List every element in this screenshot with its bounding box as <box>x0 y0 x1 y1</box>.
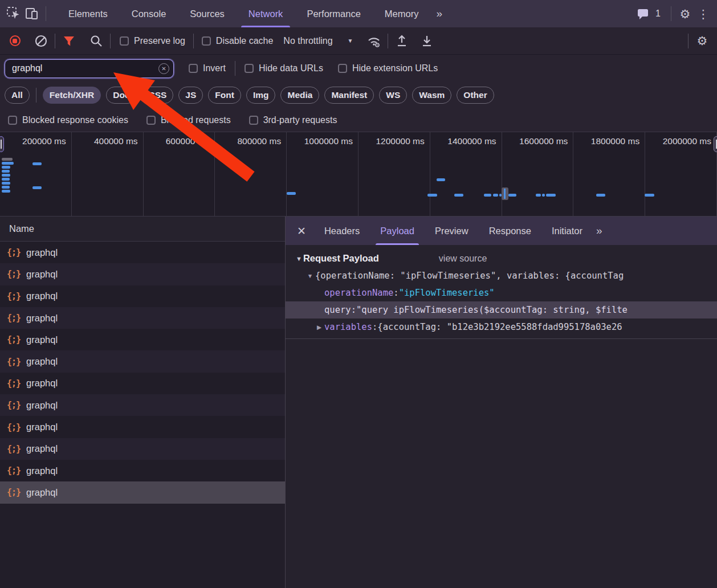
network-overview-timeline[interactable]: 200000 ms400000 ms600000 ms800000 ms1000… <box>0 132 717 217</box>
detail-tab-response[interactable]: Response <box>479 217 541 245</box>
filter-input[interactable] <box>5 63 142 74</box>
import-har-icon[interactable] <box>393 32 411 50</box>
table-row[interactable]: {;}graphql <box>0 460 285 481</box>
request-name: graphql <box>26 247 58 258</box>
tab-performance[interactable]: Performance <box>295 0 372 27</box>
payload-line[interactable]: operationName: "ipFlowTimeseries" <box>286 284 717 301</box>
chip-ws[interactable]: WS <box>379 87 407 104</box>
timeline-request-bar <box>32 186 42 189</box>
device-toolbar-icon[interactable] <box>23 5 41 23</box>
table-row[interactable]: {;}graphql <box>0 416 285 438</box>
table-row[interactable]: {;}graphql <box>0 438 285 460</box>
inspect-element-icon[interactable] <box>5 5 23 23</box>
view-source-link[interactable]: view source <box>439 254 487 264</box>
payload-line[interactable]: ▼{operationName: "ipFlowTimeseries", var… <box>286 267 717 284</box>
timeline-request-bar <box>2 162 14 165</box>
overview-left-handle[interactable] <box>0 136 4 152</box>
name-column-header[interactable]: Name <box>0 217 285 242</box>
timeline-request-bar <box>596 194 605 197</box>
tab-console[interactable]: Console <box>120 0 178 27</box>
timeline-request-bar <box>645 194 654 197</box>
filter-funnel-icon[interactable] <box>60 32 78 50</box>
table-row[interactable]: {;}graphql <box>0 350 285 372</box>
chip-manifest[interactable]: Manifest <box>324 87 374 104</box>
table-row[interactable]: {;}graphql <box>0 481 285 503</box>
checkbox-box <box>120 36 129 46</box>
payload-line[interactable]: ▶variables: {accountTag: "b12e3b2192ee55… <box>286 318 717 336</box>
throttling-dropdown[interactable]: No throttling ▼ <box>283 36 353 46</box>
checkbox-box <box>189 64 198 73</box>
payload-line[interactable]: query: "query ipFlowTimeseries($accountT… <box>286 301 717 318</box>
overview-right-handle[interactable] <box>714 136 717 152</box>
json-braces-icon: {;} <box>7 400 21 410</box>
blocked-requests-checkbox[interactable]: Blocked requests <box>146 115 231 125</box>
invert-label: Invert <box>203 63 226 74</box>
divider <box>110 34 111 48</box>
chip-doc[interactable]: Doc <box>106 87 136 104</box>
invert-checkbox[interactable]: Invert <box>189 63 226 74</box>
search-icon[interactable] <box>87 32 105 50</box>
clear-network-log-button[interactable] <box>32 32 50 50</box>
chip-media[interactable]: Media <box>280 87 319 104</box>
disable-cache-checkbox[interactable]: Disable cache <box>202 36 274 46</box>
payload-separator <box>286 338 717 339</box>
table-row[interactable]: {;}graphql <box>0 242 285 263</box>
export-har-icon[interactable] <box>418 32 436 50</box>
timeline-bars <box>0 132 717 216</box>
tab-sources[interactable]: Sources <box>178 0 237 27</box>
network-conditions-icon[interactable] <box>365 32 383 50</box>
tab-elements[interactable]: Elements <box>56 0 120 27</box>
chip-fetchxhr[interactable]: Fetch/XHR <box>43 87 101 104</box>
more-panels-icon[interactable]: » <box>430 7 447 20</box>
payload-pane: ▼ Request Payload view source ▼{operatio… <box>286 245 717 588</box>
devtools-tab-strip: ElementsConsoleSourcesNetworkPerformance… <box>0 0 717 27</box>
divider <box>671 6 671 21</box>
hide-extension-urls-checkbox[interactable]: Hide extension URLs <box>338 63 438 74</box>
table-row[interactable]: {;}graphql <box>0 394 285 416</box>
table-row[interactable]: {;}graphql <box>0 263 285 285</box>
table-row[interactable]: {;}graphql <box>0 285 285 307</box>
clear-filter-icon[interactable]: ✕ <box>158 63 169 74</box>
table-row[interactable]: {;}graphql <box>0 307 285 329</box>
chip-wasm[interactable]: Wasm <box>412 87 451 104</box>
timeline-request-bar <box>2 166 10 169</box>
disable-cache-label: Disable cache <box>216 36 274 46</box>
expanded-triangle-icon[interactable]: ▼ <box>305 272 315 279</box>
chip-other[interactable]: Other <box>457 87 494 104</box>
third-party-requests-checkbox[interactable]: 3rd-party requests <box>249 115 337 125</box>
close-detail-icon[interactable]: ✕ <box>289 224 314 238</box>
collapse-triangle-icon[interactable]: ▼ <box>296 255 302 262</box>
settings-gear-icon[interactable]: ⚙ <box>676 5 694 23</box>
chip-css[interactable]: CSS <box>141 87 173 104</box>
detail-tab-headers[interactable]: Headers <box>314 217 370 245</box>
request-payload-section[interactable]: ▼ Request Payload view source <box>286 245 717 267</box>
more-detail-tabs-icon[interactable]: » <box>593 224 605 237</box>
json-braces-icon: {;} <box>7 334 21 345</box>
table-row[interactable]: {;}graphql <box>0 329 285 350</box>
kebab-menu-icon[interactable]: ⋮ <box>694 5 712 23</box>
network-settings-gear-icon[interactable]: ⚙ <box>693 32 711 50</box>
detail-tab-payload[interactable]: Payload <box>370 217 425 245</box>
timeline-request-bar <box>2 178 10 181</box>
collapsed-triangle-icon[interactable]: ▶ <box>314 324 324 330</box>
chip-all[interactable]: All <box>5 87 30 104</box>
tab-memory[interactable]: Memory <box>373 0 431 27</box>
record-network-log-button[interactable] <box>6 32 24 50</box>
divider <box>388 34 388 48</box>
chip-img[interactable]: Img <box>246 87 276 104</box>
chip-font[interactable]: Font <box>208 87 241 104</box>
timeline-selected-marker <box>502 187 508 200</box>
detail-tab-initiator[interactable]: Initiator <box>541 217 593 245</box>
detail-tab-preview[interactable]: Preview <box>425 217 479 245</box>
blocked-response-cookies-checkbox[interactable]: Blocked response cookies <box>8 115 128 125</box>
checkbox-box <box>202 36 211 46</box>
divider <box>55 34 55 48</box>
issues-bubble-icon[interactable] <box>634 5 652 23</box>
table-row[interactable]: {;}graphql <box>0 373 285 394</box>
chip-js[interactable]: JS <box>178 87 203 104</box>
tab-network[interactable]: Network <box>237 0 295 27</box>
divider <box>235 61 235 76</box>
preserve-log-checkbox[interactable]: Preserve log <box>120 36 185 46</box>
request-list: {;}graphql{;}graphql{;}graphql{;}graphql… <box>0 242 285 588</box>
hide-data-urls-checkbox[interactable]: Hide data URLs <box>245 63 323 74</box>
